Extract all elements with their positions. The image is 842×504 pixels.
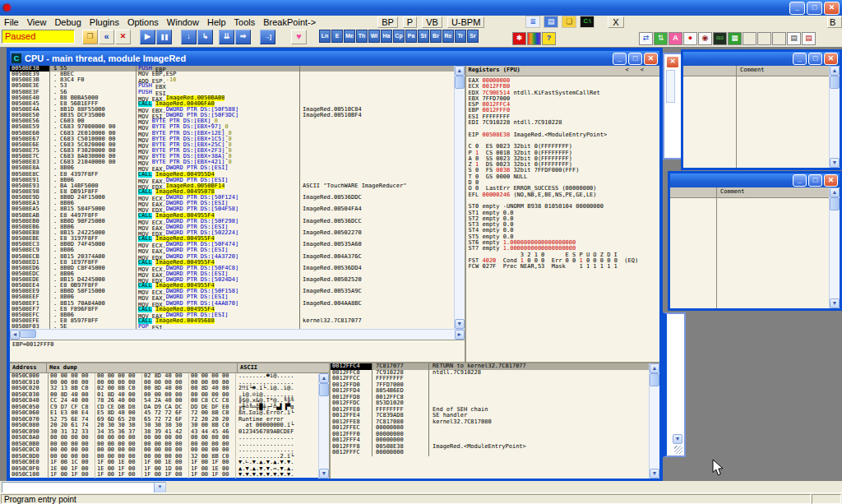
disasm-row[interactable]: 00508EEF.8B06MOV EAX,DWORD PTR DS:[ESI] (10, 294, 454, 300)
scroll-track[interactable] (650, 386, 659, 469)
disasm-row[interactable]: 00508E83.C683 21040000 00MOV BYTE PTR DS… (10, 160, 454, 165)
pause-button[interactable]: ❚❚ (156, 30, 172, 44)
menu-plugins[interactable]: Plugins (86, 17, 123, 27)
main-titlebar[interactable]: ✹ _ □ ✕ (0, 0, 842, 16)
disasm-row[interactable]: 00508EA3.8B06MOV EAX,DWORD PTR DS:[ESI] (10, 201, 454, 206)
panel-restore-button[interactable]: □ (808, 53, 822, 65)
blank-button-3[interactable] (772, 32, 786, 45)
menu-tools[interactable]: Tools (230, 17, 260, 27)
dump-header-address[interactable]: Address (10, 363, 47, 372)
gear-icon[interactable]: ✱ (512, 32, 526, 45)
scroll-track[interactable] (36, 330, 455, 340)
scroll-up-icon[interactable]: ▲ (650, 363, 659, 373)
cpu-restore-button[interactable]: □ (628, 53, 642, 65)
panel-comment-body[interactable] (737, 76, 829, 168)
comment-panel-bottom[interactable]: _ □ ✕ Comment ▲ ▼ (668, 171, 842, 311)
open-file-button[interactable]: ❐ (82, 30, 98, 44)
help-icon[interactable]: ? (542, 32, 556, 45)
animate-over-button[interactable]: ⇒ (235, 30, 251, 44)
disasm-row[interactable]: 00508ECB.8B15 20374A00MOV EDX,DWORD PTR … (10, 254, 454, 260)
toolbar-letter-wi[interactable]: Wi (368, 30, 380, 43)
disassembly-vscrollbar[interactable]: ▲ ▼ (454, 66, 465, 329)
scroll-thumb[interactable] (20, 330, 36, 338)
disasm-row[interactable]: 00508E8C.E8 4397F8FFCALL ImageRed.004955… (10, 172, 454, 178)
close-button[interactable]: ✕ (824, 2, 840, 15)
menu-help[interactable]: Help (203, 17, 230, 27)
menu-button-bp[interactable]: BP (377, 16, 398, 28)
menu-view[interactable]: View (23, 17, 51, 27)
hidden-window-scrollbar[interactable] (666, 70, 675, 103)
plugin-heart-button[interactable]: ♥ (291, 30, 307, 44)
pane-collapse-icon-2[interactable]: < (641, 67, 644, 76)
book-icon[interactable]: ▤ (544, 16, 558, 28)
panel2-close-button[interactable]: ✕ (824, 174, 838, 187)
disasm-row[interactable]: 00508E56.C603 00MOV BYTE PTR DS:[EBX],0 (10, 118, 454, 124)
comment-panel-top-titlebar[interactable]: _ □ ✕ (683, 52, 840, 66)
blank-button-1[interactable] (743, 32, 756, 45)
notepad-icon[interactable]: ≣ (525, 16, 540, 28)
disasm-row[interactable]: 00508EDE.8B15 D4245000MOV EDX,DWORD PTR … (10, 277, 454, 283)
menu-button-vb[interactable]: VB (422, 16, 442, 28)
execute-till-return-button[interactable]: →] (260, 30, 275, 44)
list-icon-2[interactable]: ▤ (802, 32, 816, 45)
scroll-up-icon[interactable]: ▲ (319, 373, 329, 383)
panel-minimize-button[interactable]: _ (793, 53, 807, 65)
scroll-thumb[interactable] (455, 76, 465, 89)
register-line[interactable]: T 0 GS 0000 NULL (469, 174, 659, 180)
disasm-row[interactable]: 00508E60.C683 2E010000 00MOV BYTE PTR DS… (10, 131, 454, 136)
command-combobox[interactable]: ▼ (2, 482, 166, 493)
scroll-thumb[interactable] (650, 373, 659, 386)
scroll-down-icon[interactable]: ▼ (455, 319, 465, 329)
disasm-row[interactable]: 00508E3E.53PUSH EBX (10, 83, 454, 89)
cpu-minimize-button[interactable]: _ (613, 53, 627, 65)
menu-button-p[interactable]: P (403, 16, 417, 28)
updown-icon[interactable]: ⇅ (654, 32, 668, 45)
panel2-comment-header[interactable]: Comment (717, 187, 829, 198)
disasm-row[interactable]: 00508E93.BA 14BF5000MOV EDX,ImageRed.005… (10, 183, 454, 189)
scroll-down-icon[interactable]: ▼ (830, 158, 840, 168)
disasm-row[interactable]: 00508EA5.8B15 584F5000MOV EDX,DWORD PTR … (10, 206, 454, 212)
disasm-row[interactable]: 00508E7C.C683 8A030000 00MOV BYTE PTR DS… (10, 154, 454, 160)
disasm-row[interactable]: 00508E75.C683 F3020000 00MOV BYTE PTR DS… (10, 148, 454, 154)
menu-debug[interactable]: Debug (50, 17, 85, 27)
panel2-address-header[interactable] (670, 187, 716, 198)
cpu-titlebar[interactable]: C CPU - main thread, module ImageRed _ □… (10, 51, 659, 66)
registers-header[interactable]: Registers (FPU) < < (466, 66, 659, 76)
panel-address-header[interactable] (683, 66, 736, 76)
disasm-row[interactable]: 00508E91.8B06MOV EAX,DWORD PTR DS:[ESI] (10, 178, 454, 183)
panel2-restore-button[interactable]: □ (808, 174, 822, 187)
toolbar-letter-me[interactable]: Me (344, 30, 355, 43)
menu-file[interactable]: File (0, 17, 23, 27)
scroll-up-icon[interactable]: ▲ (830, 187, 840, 197)
toolbar-letter-br[interactable]: Br (430, 30, 442, 43)
disasm-row[interactable]: 00508E39.8BECMOV EBP,ESP (10, 72, 454, 77)
register-line[interactable]: FCW 027F Prec NEAR,53 Mask 1 1 1 1 1 1 (469, 264, 659, 270)
hidden-window-bottom-edge[interactable]: ▼ (663, 312, 686, 457)
disasm-row[interactable]: 00508E8A.8B06MOV EAX,DWORD PTR DS:[ESI] (10, 165, 454, 171)
rainbow-icon[interactable] (527, 32, 541, 45)
stack-row[interactable]: 0012FFFC00000000 (331, 450, 649, 456)
scroll-thumb[interactable] (319, 383, 329, 396)
panel-comment-header[interactable]: Comment (737, 66, 829, 76)
step-over-button[interactable]: ↳ (197, 30, 213, 44)
disasm-row[interactable]: 00508E50.8B35 DCF35000MOV ESI,DWORD PTR … (10, 113, 454, 118)
disasm-row[interactable]: 00508ED1.E8 1E97F8FFCALL ImageRed.004955… (10, 260, 454, 266)
dump-scrollbar[interactable]: ▲ ▼ (318, 373, 329, 479)
toolbar-letter-ha[interactable]: Ha (381, 30, 392, 43)
disasm-row[interactable]: 00508EB0.8B0D 98F25000MOV ECX,DWORD PTR … (10, 219, 454, 224)
scroll-track[interactable] (455, 89, 465, 319)
hidden-scroll-down-icon[interactable]: ▼ (673, 434, 682, 444)
disasm-row[interactable]: 00508EE4.E8 0B97F8FFCALL ImageRed.004955… (10, 283, 454, 289)
toolbar-letter-tr[interactable]: Tr (455, 30, 466, 43)
info-pane[interactable]: EBP=0012FFF0 (10, 340, 465, 362)
comment-panel-bottom-titlebar[interactable]: _ □ ✕ (670, 173, 840, 187)
disasm-row[interactable]: 00508E45.E8 56B1EFFFCALL ImageRed.00406F… (10, 101, 454, 107)
toolbar-letter-th[interactable]: Th (356, 30, 368, 43)
menu-window[interactable]: Window (163, 17, 203, 27)
disasm-row[interactable]: 00508E6E.C683 5C020000 00MOV BYTE PTR DS… (10, 142, 454, 148)
binary-icon[interactable]: 010 (713, 32, 727, 45)
register-line[interactable]: EDI 7C910228 ntdll.7C910228 (469, 120, 659, 126)
disasm-row[interactable]: 00508EB6.8B06MOV EAX,DWORD PTR DS:[ESI] (10, 224, 454, 230)
command-input[interactable] (2, 483, 154, 492)
panel2-scrollbar[interactable]: ▲ ▼ (829, 187, 840, 308)
